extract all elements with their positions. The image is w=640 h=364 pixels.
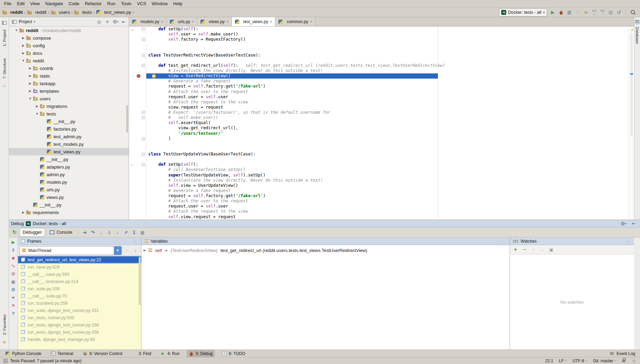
fold-open-icon[interactable]: − <box>142 54 145 57</box>
menu-run[interactable]: Run <box>105 0 118 7</box>
editor-gutter[interactable] <box>129 214 146 220</box>
tool-window-button-python-console[interactable]: Python Console <box>3 350 43 357</box>
breadcrumb-item[interactable]: test_views.py <box>96 10 131 15</box>
tool-window-button-terminal[interactable]: Terminal <box>48 350 75 357</box>
caret-position-widget[interactable]: 22:1 <box>545 358 553 363</box>
tool-window-button-4-run[interactable]: 4: Run <box>158 350 181 357</box>
menu-help[interactable]: Help <box>170 0 185 7</box>
tree-collapsed-arrow-icon[interactable]: ▶ <box>21 211 26 214</box>
database-tab-icon[interactable] <box>634 19 640 26</box>
tool-window-button-database[interactable]: Database <box>635 27 639 44</box>
editor-gutter[interactable] <box>129 141 146 146</box>
editor-gutter[interactable] <box>129 193 146 199</box>
rerun-icon[interactable] <box>10 229 19 236</box>
vcs-commit-icon[interactable] <box>598 9 607 16</box>
search-icon[interactable] <box>629 9 637 16</box>
debug-tab-console[interactable]: Console <box>46 228 76 237</box>
profiler-icon[interactable] <box>573 9 582 16</box>
tree-item-test-models-py[interactable]: test_models.py <box>9 140 129 148</box>
collapse-all-icon[interactable] <box>103 18 111 25</box>
mute-breakpoints-icon[interactable] <box>9 271 18 277</box>
tree-collapsed-arrow-icon[interactable]: ▶ <box>28 74 33 78</box>
project-tab-icon[interactable] <box>0 19 9 26</box>
stack-frame-row[interactable]: run, tcunittest.py:259 <box>18 300 141 307</box>
tree-item-models-py[interactable]: models.py <box>9 178 129 186</box>
editor-gutter[interactable] <box>129 178 146 183</box>
tree-item-tests[interactable]: ▼tests <box>9 110 129 118</box>
tree-item-templates[interactable]: ▶templates <box>9 87 129 95</box>
editor-gutter[interactable] <box>129 125 146 131</box>
debug-settings-icon[interactable] <box>9 286 18 293</box>
editor-gutter[interactable] <box>129 188 146 193</box>
breadcrumb-item[interactable]: tests <box>74 10 91 15</box>
editor-gutter[interactable] <box>129 157 146 162</box>
editor-gutter[interactable] <box>129 48 146 53</box>
debug-tab-debugger[interactable]: Debugger <box>19 228 45 237</box>
expand-arrow-icon[interactable]: ▶ <box>144 249 146 252</box>
move-down-icon[interactable] <box>538 246 547 253</box>
hide-panel-icon[interactable] <box>120 18 128 25</box>
tree-item-taskapp[interactable]: ▶taskapp <box>9 80 129 87</box>
editor-gutter[interactable]: ↑↓− <box>129 27 146 32</box>
smart-step-into-icon[interactable] <box>114 229 122 236</box>
editor-gutter[interactable] <box>129 79 146 84</box>
step-over-icon[interactable] <box>89 229 97 236</box>
tool-window-button-5-debug[interactable]: 5: Debug <box>187 350 215 357</box>
line-separator-widget[interactable]: LF <box>559 358 567 363</box>
force-step-into-icon[interactable] <box>105 229 114 236</box>
frames-scrollbar[interactable] <box>139 257 141 305</box>
close-tab-icon[interactable]: × <box>192 19 194 24</box>
editor-gutter[interactable] <box>129 32 146 37</box>
editor-gutter[interactable]: − <box>129 53 146 58</box>
debug-header-settings-icon[interactable] <box>619 220 628 227</box>
editor-gutter[interactable] <box>129 100 146 105</box>
editor-gutter[interactable] <box>129 84 146 89</box>
tree-collapsed-arrow-icon[interactable]: ▶ <box>21 51 26 55</box>
menu-refactor[interactable]: Refactor <box>82 0 105 7</box>
tool-window-button-favorites[interactable]: 2: Favorites <box>2 314 7 335</box>
step-out-icon[interactable] <box>122 229 130 236</box>
breadcrumb-item[interactable]: users <box>51 10 70 15</box>
editor-gutter[interactable] <box>129 199 146 204</box>
hide-debug-icon[interactable] <box>630 220 638 227</box>
step-into-icon[interactable] <box>97 229 105 236</box>
editor-gutter[interactable]: ˄ <box>129 115 146 120</box>
fold-end-icon[interactable]: ˄ <box>142 38 145 41</box>
close-tab-icon[interactable]: × <box>161 19 164 24</box>
inspections-ok-icon[interactable] <box>631 27 633 32</box>
tree-item-config[interactable]: ▶config <box>9 42 129 49</box>
tree-item-factories-py[interactable]: factories.py <box>9 125 129 133</box>
close-tab-icon[interactable]: × <box>270 19 272 24</box>
tool-window-button-project[interactable]: 1: Project <box>2 30 7 47</box>
move-up-icon[interactable] <box>529 246 538 253</box>
editor-gutter[interactable] <box>129 209 146 214</box>
tree-expanded-arrow-icon[interactable]: ▼ <box>28 97 33 100</box>
tree-item-static[interactable]: ▶static <box>9 72 129 80</box>
lock-icon[interactable] <box>622 360 626 362</box>
variable-row[interactable]: ▶ self = {TestUserRedirectView} test_get… <box>141 245 510 255</box>
breakpoint-icon[interactable] <box>137 74 140 78</box>
breadcrumb-item[interactable]: reddit <box>27 10 47 15</box>
tree-item-requirements[interactable]: ▶requirements <box>9 209 129 216</box>
tree-item-views-py[interactable]: views.py <box>9 193 129 201</box>
thread-selector[interactable]: MainThread ▼ <box>19 246 122 255</box>
editor-gutter[interactable]: − <box>129 63 146 68</box>
tool-window-button-3-find[interactable]: 3: Find <box>129 350 153 357</box>
editor-gutter[interactable]: − <box>129 110 146 115</box>
stack-frame-row[interactable]: run_tests, django_test_runner.py:256 <box>18 328 141 336</box>
fold-end-icon[interactable]: ˄ <box>142 137 145 140</box>
project-view-select[interactable]: Project▾ <box>19 19 93 24</box>
pause-icon[interactable] <box>9 247 18 253</box>
tree-item-users[interactable]: ▼users <box>9 95 129 102</box>
editor-gutter[interactable] <box>129 58 146 63</box>
frame-down-icon[interactable] <box>131 247 140 254</box>
editor-gutter[interactable] <box>129 146 146 152</box>
tool-window-button-structure[interactable]: 7: Structure <box>2 58 7 79</box>
close-icon[interactable] <box>9 302 18 309</box>
run-configuration-select[interactable]: dj Docker: tests - all ▾ <box>499 8 547 17</box>
fold-open-icon[interactable]: − <box>142 111 145 114</box>
menu-navigate[interactable]: Navigate <box>42 0 66 7</box>
tree-item-admin-py[interactable]: admin.py <box>9 171 129 178</box>
editor-scrollbar[interactable] <box>630 33 633 136</box>
add-watch-icon[interactable] <box>511 246 520 253</box>
